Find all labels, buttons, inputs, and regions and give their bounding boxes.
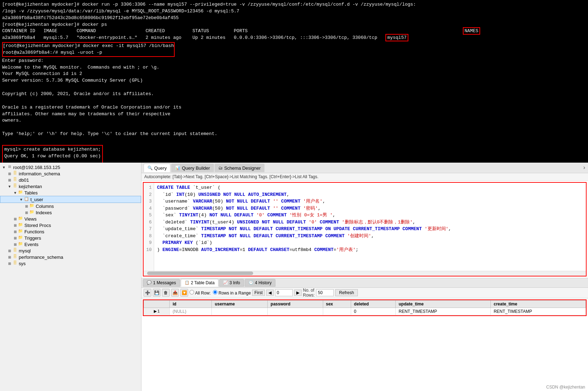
row-num-header: [144, 300, 170, 308]
server-icon: 🖥: [6, 164, 12, 170]
sidebar-item-mysql[interactable]: ⊞ 🗄 mysql: [0, 247, 141, 254]
sidebar-item-information_schema[interactable]: ⊞ 🗄 information_schema: [0, 170, 141, 177]
indexes-label: Indexes: [36, 210, 52, 215]
tab-query-builder[interactable]: 📊 Query Builder: [171, 164, 214, 172]
cell-update_time[interactable]: RENT_TIMESTAMP: [396, 308, 491, 315]
term-oracle2: affiliates. Other names may be trademark…: [2, 111, 586, 118]
col-create_time-header[interactable]: create_time: [491, 300, 586, 308]
sidebar-item-views[interactable]: ⊞ 📁 Views: [0, 216, 141, 222]
term-oracle3: owners.: [2, 117, 586, 124]
term-oracle1: Oracle is a registered trademark of Orac…: [2, 104, 586, 111]
term-copyright: Copyright (c) 2000, 2021, Oracle and/or …: [2, 91, 586, 98]
toolbar-btn-3[interactable]: 🗑: [162, 289, 170, 297]
db-folder-icon: 🗄: [12, 171, 18, 176]
horizontal-scrollbar[interactable]: [144, 271, 586, 276]
col-sex-header[interactable]: sex: [323, 300, 351, 308]
db-folder-icon: 🗄: [12, 248, 18, 253]
refresh-button[interactable]: Refresh: [335, 289, 358, 296]
toolbar-btn-5[interactable]: 🔽: [180, 289, 188, 297]
functions-folder-icon: 📁: [18, 229, 23, 234]
code-editor[interactable]: 12345678910 CREATE TABLE `t_user` ( `id`…: [143, 182, 587, 276]
col-deleted-header[interactable]: deleted: [351, 300, 396, 308]
expand-icon: ⊞: [7, 178, 12, 182]
cell-password[interactable]: [268, 308, 323, 315]
expand-icon: ⊞: [13, 230, 18, 234]
row-mode-group: All Row: Rows in a Range: [190, 290, 251, 296]
triggers-folder-icon: 📁: [18, 235, 23, 241]
sidebar-item-t_user[interactable]: ▼ 📋 t_user: [0, 196, 141, 203]
sidebar-item-performance_schema[interactable]: ⊞ 🗄 performance_schema: [0, 254, 141, 260]
col-update_time-header[interactable]: update_time: [396, 300, 491, 308]
root-expand-icon: ▼: [1, 165, 6, 169]
views-label: Views: [24, 216, 36, 222]
term-mysql-cmd: root@a2a3869fb8a4:/# mysql -uroot -p: [3, 49, 174, 56]
term-server-ver: Server version: 5.7.36 MySQL Community S…: [2, 77, 586, 84]
cell-username[interactable]: [212, 308, 268, 315]
cell-create_time[interactable]: RENT_TIMESTAMP: [491, 308, 586, 315]
col-username-header[interactable]: username: [212, 300, 268, 308]
cell-id[interactable]: (NULL): [170, 308, 212, 315]
term-welcome: Welcome to the MySQL monitor. Commands e…: [2, 64, 586, 71]
row-offset-input[interactable]: [275, 289, 293, 296]
cell-deleted[interactable]: 0: [351, 308, 396, 315]
triggers-label: Triggers: [24, 235, 41, 241]
sidebar-item-kejizhentan[interactable]: ▼ 🗄 kejizhentan: [0, 183, 141, 189]
sidebar-item-triggers[interactable]: ⊞ 📁 Triggers: [0, 235, 141, 241]
storedprocs-label: Stored Procs: [24, 223, 51, 228]
expand-icon: ⊞: [24, 204, 29, 208]
all-row-label: All Row:: [195, 291, 211, 296]
expand-icon: ⊞: [13, 223, 18, 227]
tab-messages[interactable]: 💬 1 Messages: [143, 279, 180, 287]
toolbar-btn-2[interactable]: 💾: [153, 289, 161, 297]
sidebar-item-stored-procs[interactable]: ⊞ 📁 Stored Procs: [0, 222, 141, 228]
tab-table-data[interactable]: 📋 2 Table Data: [181, 279, 219, 287]
left-panel: ▼ 🖥 root@192.168.153.125 ⊞ 🗄 information…: [0, 163, 141, 391]
first-button[interactable]: First: [252, 290, 264, 296]
toolbar-btn-1[interactable]: ➕: [144, 289, 151, 297]
sidebar-item-db01[interactable]: ⊞ 🗄 db01: [0, 177, 141, 183]
rows-in-range-label: Rows in a Range: [219, 291, 251, 296]
db-label: sys: [19, 261, 26, 266]
table-row: ▶ 1 (NULL) 0 RENT_TIMESTAMP RENT_TIMESTA…: [144, 308, 586, 315]
toolbar-btn-4[interactable]: 📤: [171, 289, 179, 297]
term-query-ok: Query OK, 1 row affected (0.00 sec): [4, 153, 101, 160]
all-row-radio[interactable]: [190, 290, 194, 294]
rows-in-range-radio[interactable]: [213, 290, 217, 294]
terminal-section: [root@kejizhentan mydocker]# docker run …: [0, 0, 588, 163]
tab-query[interactable]: 🔍 Query: [144, 164, 170, 172]
sidebar-item-sys[interactable]: ⊞ 🗄 sys: [0, 260, 141, 267]
col-id-header[interactable]: id: [170, 300, 212, 308]
query-icon: 🔍: [147, 165, 153, 170]
tables-label: Tables: [24, 190, 38, 196]
sidebar-item-functions[interactable]: ⊞ 📁 Functions: [0, 228, 141, 235]
sidebar-item-indexes[interactable]: ⊞ 📁 Indexes: [0, 209, 141, 216]
code-content[interactable]: CREATE TABLE `t_user` ( `id` INT(10) UNS…: [154, 183, 586, 271]
cell-sex[interactable]: [323, 308, 351, 315]
messages-icon: 💬: [147, 280, 152, 285]
tab-history[interactable]: 🕐 4 History: [245, 279, 275, 287]
views-folder-icon: 📁: [18, 216, 23, 222]
no-of-rows-input[interactable]: [316, 289, 334, 296]
tab-info[interactable]: 📈 3 Info: [219, 279, 244, 287]
events-folder-icon: 📁: [18, 241, 23, 247]
columns-label: Columns: [36, 204, 54, 209]
expand-icon: ⊞: [13, 217, 18, 221]
sidebar-item-columns[interactable]: ⊞ 📁 Columns: [0, 203, 141, 209]
tree-root[interactable]: ▼ 🖥 root@192.168.153.125: [0, 164, 141, 170]
sidebar-item-tables[interactable]: ▼ 📁 Tables: [0, 189, 141, 196]
term-line-6: a2a3869fb8a4 mysql:5.7 "docker-entrypoin…: [2, 35, 586, 41]
tabs-arrow[interactable]: ›: [582, 165, 586, 171]
sidebar-item-events[interactable]: ⊞ 📁 Events: [0, 241, 141, 247]
table-outer-border: id username password sex deleted update_…: [143, 299, 587, 316]
events-label: Events: [24, 242, 39, 247]
term-blank4: [2, 138, 586, 144]
term-blank2: [2, 98, 586, 104]
prev-button[interactable]: ◀: [266, 290, 274, 296]
tab-table-data-label: 2 Table Data: [191, 280, 215, 285]
expand-icon: ⊞: [7, 255, 12, 259]
query-builder-icon: 📊: [175, 165, 180, 170]
col-password-header[interactable]: password: [268, 300, 323, 308]
scrollbar-thumb[interactable]: [147, 272, 253, 275]
next-button[interactable]: ▶: [294, 290, 302, 296]
tab-schema-designer[interactable]: 🗂 Schema Designer: [215, 164, 264, 172]
